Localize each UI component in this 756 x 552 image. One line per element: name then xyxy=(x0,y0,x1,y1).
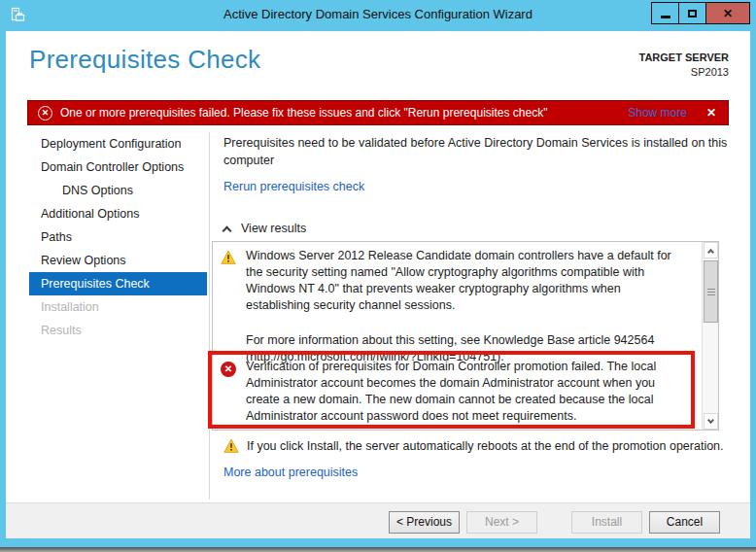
nav-item-review-options[interactable]: Review Options xyxy=(29,249,207,272)
error-icon: ✕ xyxy=(221,362,236,377)
nav-item-additional-options[interactable]: Additional Options xyxy=(29,202,207,225)
chevron-up-icon xyxy=(707,248,714,255)
close-button[interactable]: ✕ xyxy=(705,2,750,24)
window-shadow xyxy=(0,547,756,552)
nav-item-results: Results xyxy=(29,319,207,342)
banner-message: One or more prerequisites failed. Please… xyxy=(60,106,628,120)
previous-button[interactable]: < Previous xyxy=(389,511,460,534)
collapse-chevron-icon xyxy=(223,225,232,235)
rerun-prerequisites-link[interactable]: Rerun prerequisites check xyxy=(223,180,364,193)
window-title: Active Directory Domain Services Configu… xyxy=(0,7,756,21)
nav-item-dns-options[interactable]: DNS Options xyxy=(29,179,207,202)
banner-close-icon[interactable]: ✕ xyxy=(706,106,718,120)
chevron-down-icon xyxy=(707,416,714,423)
minimize-button[interactable] xyxy=(651,2,679,24)
results-scrollbar[interactable] xyxy=(702,242,718,430)
scrollbar-thumb[interactable] xyxy=(704,260,718,323)
page-title: Prerequisites Check xyxy=(29,45,260,75)
more-about-prerequisites-link[interactable]: More about prerequisites xyxy=(223,466,358,479)
scrollbar-grip-icon xyxy=(707,289,715,295)
warning-icon xyxy=(223,438,239,454)
maximize-button[interactable] xyxy=(678,2,706,24)
error-banner: ✕ One or more prerequisites failed. Plea… xyxy=(27,100,729,125)
target-server-label: TARGET SERVER xyxy=(639,51,730,65)
window-border-bottom xyxy=(0,538,756,547)
close-icon: ✕ xyxy=(723,7,733,20)
reboot-warning-row: If you click Install, the server automat… xyxy=(223,438,734,454)
view-results-label: View results xyxy=(241,222,306,235)
wizard-client-area: Prerequisites Check TARGET SERVER SP2013… xyxy=(6,31,750,538)
scrollbar-up-button[interactable] xyxy=(704,242,718,259)
target-server-name: SP2013 xyxy=(639,65,730,80)
nav-item-domain-controller-options[interactable]: Domain Controller Options xyxy=(29,155,207,179)
wizard-steps-nav: Deployment Configuration Domain Controll… xyxy=(29,132,207,342)
minimize-icon xyxy=(661,16,670,18)
reboot-warning-text: If you click Install, the server automat… xyxy=(247,438,724,454)
results-panel: Windows Server 2012 Release Candidate do… xyxy=(212,241,719,431)
sidebar-divider xyxy=(209,132,210,500)
view-results-toggle[interactable]: View results xyxy=(223,222,306,235)
warning-icon xyxy=(221,250,236,265)
install-button: Install xyxy=(571,511,642,534)
titlebar: Active Directory Domain Services Configu… xyxy=(0,0,756,31)
wizard-window: Active Directory Domain Services Configu… xyxy=(0,0,756,552)
warning-result-text: Windows Server 2012 Release Candidate do… xyxy=(246,248,685,314)
nav-item-prerequisites-check[interactable]: Prerequisites Check xyxy=(29,272,207,295)
show-more-link[interactable]: Show more xyxy=(628,106,687,120)
banner-error-icon: ✕ xyxy=(38,106,52,121)
button-bar: < Previous Next > Install Cancel xyxy=(6,502,750,538)
maximize-icon xyxy=(688,10,697,17)
nav-item-installation: Installation xyxy=(29,295,207,319)
cancel-button[interactable]: Cancel xyxy=(649,511,720,534)
nav-item-deployment-configuration[interactable]: Deployment Configuration xyxy=(29,132,207,155)
next-button: Next > xyxy=(466,511,537,534)
error-result-text: Verification of prerequisites for Domain… xyxy=(246,359,685,425)
scrollbar-down-button[interactable] xyxy=(704,413,718,430)
nav-item-paths[interactable]: Paths xyxy=(29,225,207,249)
target-server-block: TARGET SERVER SP2013 xyxy=(639,51,730,80)
intro-text: Prerequisites need to be validated befor… xyxy=(223,134,735,169)
